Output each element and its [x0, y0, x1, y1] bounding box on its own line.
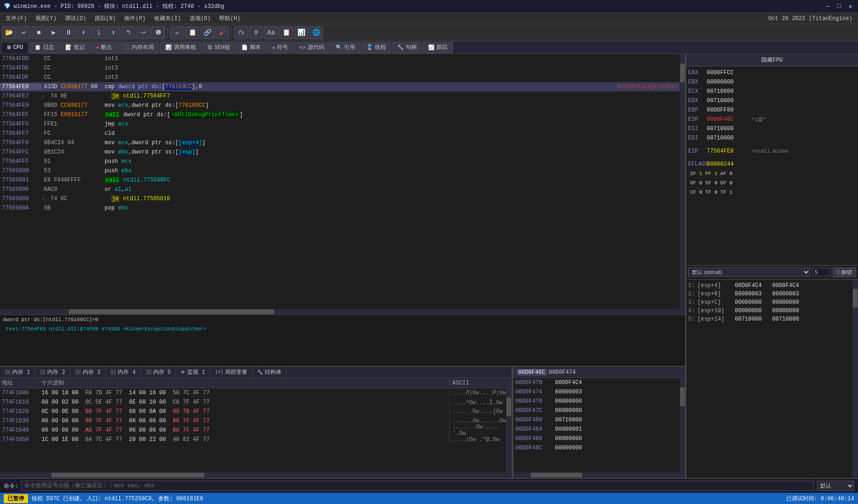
stack-row[interactable]: 00D0F474 80000003	[513, 387, 685, 397]
reg-row-ebx[interactable]: EBX 00000000	[688, 77, 856, 87]
stack-row[interactable]: 00D0F478 00000000	[513, 397, 685, 406]
toolbar-table[interactable]: 📋	[279, 26, 293, 39]
toolbar-notepad[interactable]: 📋	[185, 26, 199, 39]
stack-entry[interactable]: 2: [esp+8] 80000003 80000003	[688, 290, 856, 298]
toolbar-stop[interactable]: ■	[32, 26, 46, 39]
stack-row[interactable]: 00D0F488 00000000	[513, 434, 685, 443]
toolbar-step-over[interactable]: ⤵	[91, 26, 105, 39]
tab-seh[interactable]: ⛓ SEH链	[202, 42, 235, 53]
mem-row[interactable]: 774F1050 1C 00 1E 00 84 7C 4F 77 20 00 2…	[0, 435, 512, 444]
tab-script[interactable]: 📄 脚本	[236, 42, 266, 53]
toolbar-rtu[interactable]: ⤻	[136, 26, 150, 39]
tab-handle[interactable]: 🔧 句柄	[392, 42, 422, 53]
mem-v-scrollbar[interactable]	[506, 388, 512, 472]
disasm-row[interactable]: 77564FDE CC int3	[0, 63, 680, 73]
mem-tab-2[interactable]: ⬛ 内存 2	[35, 367, 70, 378]
flag-pf[interactable]: PF 1	[705, 171, 717, 176]
stack-entry[interactable]: 4: [esp+10] 00000000 00000000	[688, 307, 856, 315]
reg-row-edx[interactable]: EDX 00710000	[688, 96, 856, 105]
flag-df[interactable]: DF 0	[720, 180, 732, 186]
disasm-row[interactable]: 77564FFF 51 push ecx	[0, 157, 680, 166]
mem-row[interactable]: 774F1020 0C 00 0E 00 B8 7F 4F 77 08 00 0…	[0, 407, 512, 416]
stack-h-scrollbar[interactable]	[513, 472, 685, 478]
toolbar-step-back[interactable]: ↰	[121, 26, 135, 39]
tab-cpu[interactable]: 🖥 CPU	[1, 42, 28, 53]
mem-tab-1[interactable]: ⬛ 内存 1	[0, 367, 35, 378]
h-scrollbar-thumb[interactable]	[69, 309, 274, 314]
disasm-row[interactable]: 77564FF8 8B4C24 04 mov ecx,dword ptr ss:…	[0, 138, 680, 147]
toolbar-open[interactable]: 📂	[2, 26, 16, 39]
reg-row-edi[interactable]: EDI 00710000	[688, 133, 856, 143]
tab-log[interactable]: 📋 日志	[29, 42, 59, 53]
disasm-row[interactable]: 77564FF7 FC cld	[0, 129, 680, 138]
disasm-row[interactable]: 77565000 53 push ebx	[0, 166, 680, 175]
disasm-h-scrollbar[interactable]	[0, 309, 685, 315]
scrollbar-thumb[interactable]	[506, 398, 511, 416]
toolbar-link[interactable]: 🔗	[200, 26, 214, 39]
toolbar-pause[interactable]: ⏸	[62, 26, 76, 39]
disasm-row[interactable]: 77564FDD CC int3	[0, 54, 680, 63]
toolbar-font[interactable]: Aa	[264, 26, 278, 39]
minimize-button[interactable]: —	[824, 2, 831, 10]
stack-row[interactable]: 00D0F470 00D0F4C4	[513, 378, 685, 387]
disasm-scrollbar[interactable]	[680, 54, 685, 309]
mem-tab-locals[interactable]: |×| 局部变量	[210, 367, 253, 378]
disasm-row[interactable]: 77564FE9 8B0D CC696177 mov ecx,dword ptr…	[0, 101, 680, 110]
flag-zf[interactable]: ZF 1	[690, 171, 702, 176]
reg-row-eip[interactable]: EIP 77564FE0 <ntdll.KiUse	[688, 147, 856, 156]
scrollbar-thumb[interactable]	[680, 387, 685, 406]
flag-sf[interactable]: SF 0	[705, 180, 717, 186]
call-convention-select[interactable]: 默认 (stdcall)	[688, 267, 810, 277]
mem-row[interactable]: 774F1000 16 00 18 00 F0 7D 4F 77 14 00 1…	[0, 388, 512, 398]
disasm-row[interactable]: 77565008 ↓ 74 0C je ntdll.77565016	[0, 194, 680, 203]
flag-af[interactable]: AF 0	[720, 171, 732, 176]
tab-src[interactable]: <> 源代码	[294, 42, 329, 53]
scrollbar-thumb[interactable]	[680, 63, 685, 82]
stack-row[interactable]: 00D0F484 00000001	[513, 425, 685, 434]
flag-cf[interactable]: CF 0	[690, 189, 702, 195]
stack-v-scrollbar[interactable]	[680, 378, 685, 472]
toolbar-run[interactable]: ▶	[47, 26, 61, 39]
toolbar-calc[interactable]: 📊	[294, 26, 308, 39]
disasm-row[interactable]: 77565001 E8 F640FFFF call ntdll.775590FC	[0, 175, 680, 185]
tab-ref[interactable]: 🔍 引用	[331, 42, 360, 53]
reg-row-eax[interactable]: EAX 00D0FFCC	[688, 68, 856, 77]
flag-of[interactable]: OF 0	[690, 180, 702, 186]
disasm-row[interactable]: 77564FE7 ↓ 74 0E je ntdll.77564FF7	[0, 91, 680, 101]
stack-section-scrollbar[interactable]	[852, 280, 858, 478]
h-scrollbar-thumb[interactable]	[531, 473, 582, 477]
mem-row[interactable]: 774F1030 06 00 08 00 98 7F 4F 77 06 00 0…	[0, 416, 512, 426]
command-input[interactable]	[21, 481, 814, 491]
toolbar-bp[interactable]: ❶	[151, 26, 165, 39]
tab-callstack[interactable]: 📊 调用堆栈	[160, 42, 201, 53]
stack-entry[interactable]: 5: [esp+14] 00710000 00710000	[688, 315, 856, 323]
disasm-row-current[interactable]: 77564FE0 833D CC696177 00 cmp dword ptr …	[0, 82, 680, 91]
mem-tab-4[interactable]: ⬛ 内存 4	[105, 367, 141, 378]
disasm-row[interactable]: 77564FFC 8B1C24 mov ebx,dword ptr ss:[[e…	[0, 147, 680, 157]
tab-memmap[interactable]: ⬛ 内存布局	[118, 42, 159, 53]
flag-tf2[interactable]: TF 1	[720, 189, 732, 195]
menu-file[interactable]: 文件(F)	[2, 14, 31, 23]
mem-tab-3[interactable]: ⬛ 内存 3	[70, 367, 105, 378]
menu-help[interactable]: 帮助(H)	[215, 14, 244, 23]
scrollbar-thumb[interactable]	[853, 289, 858, 308]
reg-row-ebp[interactable]: EBP 00D0FF80	[688, 105, 856, 115]
stack-entry[interactable]: 3: [esp+C] 00000000 00000000	[688, 298, 856, 307]
reg-row-ecx[interactable]: ECX 00710000	[688, 87, 856, 96]
flag-tf[interactable]: TF 0	[705, 189, 717, 195]
disasm-row[interactable]: 77564FF5 FFE1 jmp ecx	[0, 119, 680, 129]
toolbar-undo[interactable]: ↩	[17, 26, 31, 39]
close-button[interactable]: ✕	[847, 2, 854, 10]
menu-fav[interactable]: 收藏夹(I)	[150, 14, 185, 23]
toolbar-globe[interactable]: 🌐	[309, 26, 323, 39]
stack-row[interactable]: 00D0F48C 00000000	[513, 443, 685, 453]
mem-tab-struct[interactable]: 🔧 结构体	[253, 367, 287, 378]
mem-tab-5[interactable]: ⬛ 内存 5	[141, 367, 176, 378]
disasm-row[interactable]: 77565006 0AC0 or al,al	[0, 185, 680, 194]
toolbar-pencil[interactable]: ✏	[170, 26, 184, 39]
tab-sym[interactable]: ◇ 符号	[267, 42, 294, 53]
mem-h-scrollbar[interactable]	[0, 472, 512, 478]
reg-row-eflags[interactable]: EFLAGS 00000244	[688, 160, 856, 169]
disasm-row[interactable]: 7756500A 5B pop ebx	[0, 203, 680, 213]
toolbar-highlight[interactable]: 🖌	[215, 26, 229, 39]
